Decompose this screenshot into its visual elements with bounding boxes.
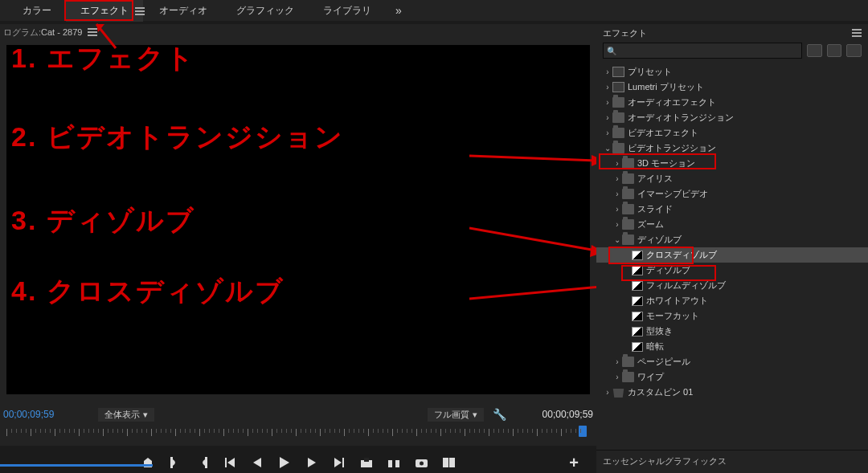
tree-item-audio-transitions[interactable]: › オーディオトランジション: [596, 110, 868, 125]
transition-icon: [632, 251, 643, 260]
tree-label: アイリス: [637, 173, 673, 185]
tree-item-zoom[interactable]: › ズーム: [596, 217, 868, 232]
folder-icon: [612, 112, 624, 123]
step-forward-button[interactable]: [305, 456, 318, 469]
tab-effects-menu-icon[interactable]: [135, 7, 145, 15]
export-frame-button[interactable]: [415, 456, 428, 469]
transition-icon: [632, 327, 643, 336]
tab-color[interactable]: カラー: [8, 0, 66, 22]
tree-item-wipe[interactable]: › ワイプ: [596, 369, 868, 385]
yuv-filter-icon[interactable]: [846, 44, 862, 57]
tree-item-slide[interactable]: › スライド: [596, 202, 868, 217]
tree-item-dip-dissolve[interactable]: ディゾルブ: [596, 263, 868, 278]
tree-label: 暗転: [646, 340, 664, 353]
twisty-icon: ›: [612, 174, 622, 183]
accelerated-filter-icon[interactable]: [807, 44, 822, 57]
tree-item-dissolve[interactable]: ⌄ ディゾルブ: [596, 232, 868, 247]
tree-item-presets[interactable]: › プリセット: [596, 64, 868, 80]
tree-item-audio-effects[interactable]: › オーディオエフェクト: [596, 95, 868, 110]
tab-library[interactable]: ライブラリ: [309, 0, 386, 22]
tree-label: プリセット: [628, 66, 672, 78]
search-icon: 🔍: [607, 47, 616, 55]
tree-label: 型抜き: [646, 325, 673, 337]
tree-label: ビデオトランジション: [628, 142, 716, 154]
tree-label: カスタムビン 01: [628, 386, 693, 398]
tree-item-cross-dissolve[interactable]: クロスディゾルブ: [596, 247, 868, 263]
lift-button[interactable]: [360, 456, 373, 469]
svg-point-5: [420, 462, 424, 466]
button-editor-plus-icon[interactable]: +: [567, 456, 580, 469]
tree-label: オーディオトランジション: [628, 112, 734, 124]
twisty-icon: ›: [603, 113, 612, 122]
folder-icon: [622, 158, 634, 169]
svg-rect-3: [395, 460, 399, 467]
folder-icon: [622, 357, 634, 367]
preset-bin-icon: [612, 82, 624, 92]
effects-tree[interactable]: › プリセット › Lumetri プリセット › オーディオエフェクト › オ…: [596, 61, 868, 400]
go-to-out-button[interactable]: [333, 456, 346, 469]
essential-graphics-panel-header[interactable]: エッセンシャルグラフィックス: [596, 450, 868, 471]
32bit-filter-icon[interactable]: [827, 44, 842, 57]
tree-item-iris[interactable]: › アイリス: [596, 171, 868, 186]
out-point-button[interactable]: [196, 456, 209, 469]
tree-item-lumetri-presets[interactable]: › Lumetri プリセット: [596, 80, 868, 95]
tree-item-3d-motion[interactable]: › 3D モーション: [596, 156, 868, 171]
tree-item-page-peel[interactable]: › ページピール: [596, 354, 868, 369]
tab-audio[interactable]: オーディオ: [145, 0, 222, 22]
zoom-fit-dropdown[interactable]: 全体表示 ▾: [98, 408, 154, 422]
workspace-overflow-icon[interactable]: »: [386, 0, 411, 21]
in-point-button[interactable]: [169, 456, 182, 469]
step-back-button[interactable]: [251, 456, 264, 469]
program-controls-row: 00;00;09;59 全体表示 ▾ フル画質 ▾ 🔧 00;00;09;59: [0, 406, 596, 422]
tree-label: イマーシブビデオ: [637, 188, 708, 200]
twisty-icon: ›: [612, 373, 622, 381]
mark-in-button[interactable]: [141, 456, 154, 469]
tree-label: ページピール: [637, 356, 690, 368]
tree-item-custom-bin-01[interactable]: › カスタムビン 01: [596, 385, 868, 400]
effects-search-input[interactable]: [620, 45, 798, 56]
tab-effects[interactable]: エフェクト: [66, 0, 143, 22]
effects-panel: エフェクト 🔍 › プリセット › Lumetri プリセット › オーディオエ…: [596, 24, 868, 473]
tree-label: ディゾルブ: [637, 234, 682, 246]
tree-item-video-effects[interactable]: › ビデオエフェクト: [596, 125, 868, 141]
resolution-label: フル画質: [434, 409, 469, 421]
comparison-view-button[interactable]: [442, 456, 455, 469]
effects-panel-menu-icon[interactable]: [852, 29, 862, 37]
time-ruler[interactable]: [0, 424, 596, 443]
svg-rect-7: [449, 458, 455, 467]
tree-item-film-dissolve[interactable]: フィルムディゾルブ: [596, 278, 868, 293]
twisty-icon: ›: [612, 205, 622, 214]
tree-item-whiteout[interactable]: ホワイトアウト: [596, 293, 868, 308]
tab-graphics[interactable]: グラフィック: [222, 0, 309, 22]
folder-icon: [622, 204, 634, 214]
bottom-timeline-selection-accent: [0, 464, 153, 467]
annotation-arrow-3: [469, 220, 604, 257]
annotation-arrow-1: [88, 21, 121, 53]
effects-panel-title: エフェクト: [603, 27, 647, 39]
tree-item-dip-to-black[interactable]: 暗転: [596, 339, 868, 354]
tree-item-video-transitions[interactable]: ⌄ ビデオトランジション: [596, 141, 868, 156]
tree-item-morph-cut[interactable]: モーフカット: [596, 308, 868, 324]
transition-icon: [632, 312, 643, 321]
effects-search-field[interactable]: 🔍: [603, 43, 802, 59]
current-timecode[interactable]: 00;00;09;59: [3, 409, 54, 420]
go-to-in-button[interactable]: [223, 456, 236, 469]
twisty-icon: ›: [612, 159, 622, 168]
tree-label: ディゾルブ: [646, 264, 690, 276]
tree-label: オーディオエフェクト: [628, 96, 716, 108]
tree-item-additive-dissolve[interactable]: 型抜き: [596, 324, 868, 339]
tree-item-immersive-video[interactable]: › イマーシブビデオ: [596, 186, 868, 202]
resolution-dropdown[interactable]: フル画質 ▾: [428, 408, 484, 422]
play-button[interactable]: [278, 456, 291, 469]
tree-label: スライド: [637, 203, 673, 215]
svg-line-12: [469, 228, 596, 251]
svg-rect-2: [388, 460, 392, 467]
duration-timecode: 00;00;09;59: [542, 409, 593, 420]
program-label-prefix: ログラム:: [3, 27, 41, 39]
settings-wrench-icon[interactable]: 🔧: [493, 408, 506, 421]
tree-label: Lumetri プリセット: [628, 81, 704, 93]
transition-icon: [632, 296, 643, 306]
extract-button[interactable]: [387, 456, 400, 469]
workspace-tabbar: カラー エフェクト オーディオ グラフィック ライブラリ »: [0, 0, 868, 21]
annotation-text-4: 4. クロスディゾルブ: [11, 273, 285, 310]
